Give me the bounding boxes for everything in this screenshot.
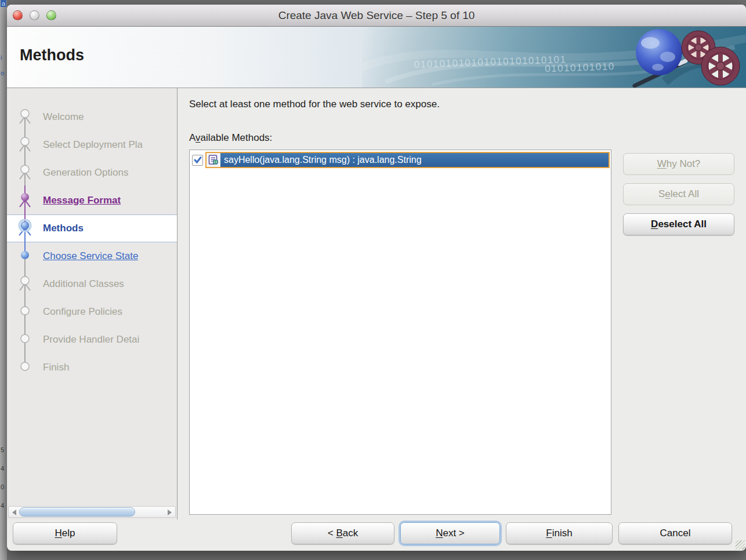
edge-fragment: 0 <box>1 483 4 490</box>
steps-list: Welcome Select Deployment Pla Generation… <box>7 88 177 506</box>
method-signature: sayHello(java.lang.String msg) : java.la… <box>220 153 609 167</box>
wizard-steps-sidebar: Welcome Select Deployment Pla Generation… <box>7 88 178 519</box>
sidebar-item-choose-service-state[interactable]: Choose Service State <box>7 242 177 270</box>
person-step-icon <box>17 164 32 181</box>
dialog-button-bar: Help < Back Next > Finish Cancel <box>7 519 746 551</box>
zoom-button[interactable] <box>46 10 56 20</box>
globe-icon <box>636 29 682 75</box>
current-step-icon <box>16 219 34 238</box>
edge-fragment: 4 <box>1 465 4 472</box>
back-button[interactable]: < Back <box>291 522 394 544</box>
finish-button[interactable]: Finish <box>506 522 613 544</box>
method-checkbox[interactable] <box>192 155 203 166</box>
sidebar-item-message-format[interactable]: Message Format <box>7 187 177 214</box>
minimize-button[interactable] <box>30 10 39 20</box>
deselect-all-button[interactable]: Deselect All <box>623 213 734 235</box>
method-icon <box>207 153 220 167</box>
sidebar-item-provide-handler-details: Provide Handler Detai <box>7 326 177 354</box>
sidebar-item-additional-classes: Additional Classes <box>7 270 177 298</box>
background-app-edge: a i o 5 4 0 4 <box>0 0 7 560</box>
cancel-button[interactable]: Cancel <box>618 522 732 544</box>
person-step-icon <box>17 275 32 293</box>
next-step-ball-icon <box>17 248 32 265</box>
pending-step-circle-icon <box>17 359 32 376</box>
person-step-icon <box>17 136 32 154</box>
help-button[interactable]: Help <box>13 522 117 544</box>
why-not-button: Why Not? <box>623 153 734 175</box>
header-artwork: 010101010101010101010101 01010101010 <box>362 27 746 88</box>
resize-grip[interactable] <box>736 540 745 550</box>
sidebar-item-select-deployment-platform: Select Deployment Pla <box>7 131 177 159</box>
sidebar-item-finish: Finish <box>7 354 177 381</box>
edge-fragment: o <box>1 70 4 77</box>
sidebar-item-methods-current: Methods <box>7 214 177 242</box>
wizard-header: Methods 010101010101010101010101 0101010… <box>7 27 746 88</box>
titlebar[interactable]: Create Java Web Service – Step 5 of 10 <box>7 5 746 27</box>
visited-step-icon <box>17 192 32 209</box>
window-controls <box>13 5 56 26</box>
sidebar-item-welcome: Welcome <box>7 103 177 131</box>
edge-fragment: i <box>1 54 2 61</box>
sidebar-item-configure-policies: Configure Policies <box>7 298 177 326</box>
available-methods-list[interactable]: sayHello(java.lang.String msg) : java.la… <box>189 150 611 515</box>
window-title: Create Java Web Service – Step 5 of 10 <box>278 9 475 22</box>
person-step-icon <box>17 108 32 126</box>
create-web-service-wizard-dialog: Create Java Web Service – Step 5 of 10 M… <box>7 5 746 551</box>
instruction-text: Select at least one method for the web s… <box>189 99 746 110</box>
method-row-sayhello[interactable]: sayHello(java.lang.String msg) : java.la… <box>191 151 610 169</box>
scrollbar-thumb[interactable] <box>19 507 135 517</box>
edge-fragment: a <box>1 0 6 7</box>
page-title: Methods <box>20 46 84 64</box>
sidebar-item-generation-options: Generation Options <box>7 159 177 187</box>
film-reel-icon <box>701 47 740 85</box>
methods-page-content: Select at least one method for the web s… <box>178 88 746 519</box>
selected-method-focus-ring: sayHello(java.lang.String msg) : java.la… <box>205 152 610 168</box>
close-button[interactable] <box>13 10 23 20</box>
sidebar-horizontal-scrollbar[interactable] <box>8 506 176 518</box>
edge-fragment: 4 <box>1 502 4 509</box>
pending-step-circle-icon <box>17 331 32 348</box>
scroll-left-arrow-icon[interactable] <box>12 510 16 515</box>
checkmark-icon <box>194 156 202 164</box>
available-methods-label: Available Methods: <box>189 132 746 144</box>
scroll-right-arrow-icon[interactable] <box>168 510 172 515</box>
next-button[interactable]: Next > <box>400 522 500 544</box>
select-all-button: Select All <box>623 183 734 205</box>
edge-fragment: 5 <box>1 446 4 453</box>
globe-and-reels-illustration <box>560 27 746 88</box>
pending-step-circle-icon <box>17 303 32 321</box>
